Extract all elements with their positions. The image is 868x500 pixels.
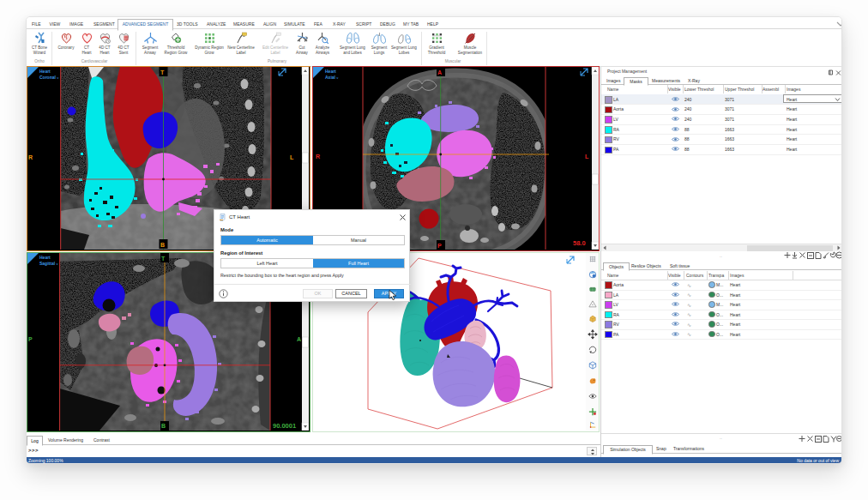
svg-text:B: B [161,423,166,429]
svg-text:R: R [28,154,33,160]
svg-text:R: R [316,154,320,160]
svg-text:L: L [290,154,294,160]
svg-text:58.0: 58.0 [573,239,586,247]
svg-text:Sagittal ˅: Sagittal ˅ [39,261,58,266]
svg-text:L: L [585,154,589,160]
svg-text:Heart: Heart [39,69,51,74]
svg-text:T: T [160,69,165,75]
svg-text:A: A [297,336,301,342]
svg-text:90.0001: 90.0001 [273,422,296,430]
svg-text:A: A [437,69,442,75]
svg-text:P: P [437,243,442,249]
svg-text:T: T [161,256,166,262]
svg-text:P: P [28,336,33,342]
svg-text:B: B [160,242,165,248]
svg-text:Coronal ˅: Coronal ˅ [39,75,59,80]
svg-text:Heart: Heart [39,255,51,260]
svg-text:Heart: Heart [325,69,336,74]
